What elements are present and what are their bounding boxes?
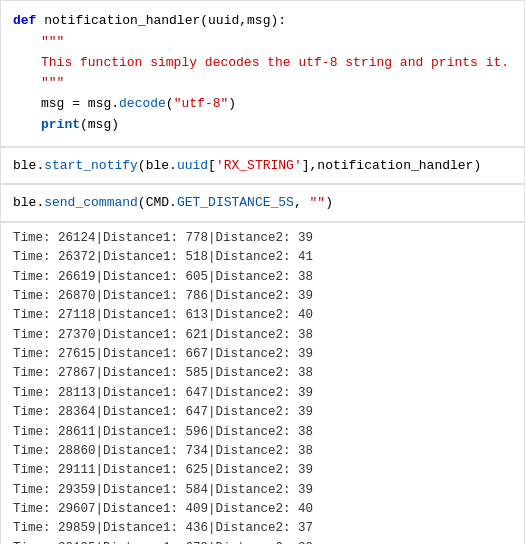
decode-method: decode — [119, 96, 166, 111]
bracket1: [ — [208, 158, 216, 173]
print-keyword: print — [41, 117, 80, 132]
output-line: Time: 30105|Distance1: 679|Distance2: 39 — [13, 539, 512, 544]
docstring-open: """ — [13, 32, 512, 53]
msg-obj: msg — [88, 96, 111, 111]
equals: = — [72, 96, 88, 111]
docstring-text: This function simply decodes the utf-8 s… — [41, 55, 509, 70]
output-line: Time: 26619|Distance1: 605|Distance2: 38 — [13, 268, 512, 287]
cmd-value: GET_DISTANCE_5S — [177, 195, 294, 210]
utf8-string: "utf-8" — [174, 96, 229, 111]
uuid-attr: uuid — [177, 158, 208, 173]
keyword-def: def — [13, 13, 44, 28]
output-line: Time: 26372|Distance1: 518|Distance2: 41 — [13, 248, 512, 267]
paren3: ( — [138, 195, 146, 210]
dot: . — [111, 96, 119, 111]
output-line: Time: 26124|Distance1: 778|Distance2: 39 — [13, 229, 512, 248]
ble-obj3: ble — [13, 195, 36, 210]
print-paren: (msg) — [80, 117, 119, 132]
send-command-method: send_command — [44, 195, 138, 210]
notify-block: ble.start_notify(ble.uuid['RX_STRING'],n… — [0, 147, 525, 185]
function-name: notification_handler — [44, 13, 200, 28]
output-line: Time: 26870|Distance1: 786|Distance2: 39 — [13, 287, 512, 306]
output-line: Time: 28113|Distance1: 647|Distance2: 39 — [13, 384, 512, 403]
msg-var: msg — [41, 96, 72, 111]
dot4: . — [169, 195, 177, 210]
dot2: . — [169, 158, 177, 173]
start-notify-line: ble.start_notify(ble.uuid['RX_STRING'],n… — [13, 156, 512, 176]
docstring-close: """ — [13, 73, 512, 94]
start-notify-method: start_notify — [44, 158, 138, 173]
output-line: Time: 29607|Distance1: 409|Distance2: 40 — [13, 500, 512, 519]
send-command-line: ble.send_command(CMD.GET_DISTANCE_5S, ""… — [13, 193, 512, 213]
output-line: Time: 28611|Distance1: 596|Distance2: 38 — [13, 423, 512, 442]
paren-close: ) — [228, 96, 236, 111]
paren-open: ( — [166, 96, 174, 111]
docstring-body-line: This function simply decodes the utf-8 s… — [13, 53, 512, 74]
code-block-def: def notification_handler(uuid,msg): """ … — [0, 0, 525, 147]
msg-decode-line: msg = msg.decode("utf-8") — [13, 94, 512, 115]
paren1: ( — [138, 158, 146, 173]
output-line: Time: 29359|Distance1: 584|Distance2: 39 — [13, 481, 512, 500]
docstring-close-quotes: """ — [41, 75, 64, 90]
handler-ref: notification_handler — [317, 158, 473, 173]
paren4: ) — [325, 195, 333, 210]
command-block: ble.send_command(CMD.GET_DISTANCE_5S, ""… — [0, 184, 525, 222]
docstring-open-quotes: """ — [41, 34, 64, 49]
output-block: Time: 26124|Distance1: 778|Distance2: 39… — [0, 222, 525, 544]
output-line: Time: 27370|Distance1: 621|Distance2: 38 — [13, 326, 512, 345]
output-line: Time: 29859|Distance1: 436|Distance2: 37 — [13, 519, 512, 538]
output-line: Time: 27118|Distance1: 613|Distance2: 40 — [13, 306, 512, 325]
main-container: def notification_handler(uuid,msg): """ … — [0, 0, 525, 544]
bracket2: ] — [302, 158, 310, 173]
ble-obj: ble — [13, 158, 36, 173]
output-line: Time: 27615|Distance1: 667|Distance2: 39 — [13, 345, 512, 364]
def-line: def notification_handler(uuid,msg): — [13, 11, 512, 32]
output-line: Time: 29111|Distance1: 625|Distance2: 39 — [13, 461, 512, 480]
ble-obj2: ble — [146, 158, 169, 173]
comma2: , — [294, 195, 310, 210]
cmd-obj: CMD — [146, 195, 169, 210]
empty-string: "" — [310, 195, 326, 210]
paren2: ) — [473, 158, 481, 173]
params: (uuid,msg): — [200, 13, 286, 28]
output-line: Time: 28860|Distance1: 734|Distance2: 38 — [13, 442, 512, 461]
print-line: print(msg) — [13, 115, 512, 136]
output-line: Time: 28364|Distance1: 647|Distance2: 39 — [13, 403, 512, 422]
output-line: Time: 27867|Distance1: 585|Distance2: 38 — [13, 364, 512, 383]
rx-string: 'RX_STRING' — [216, 158, 302, 173]
